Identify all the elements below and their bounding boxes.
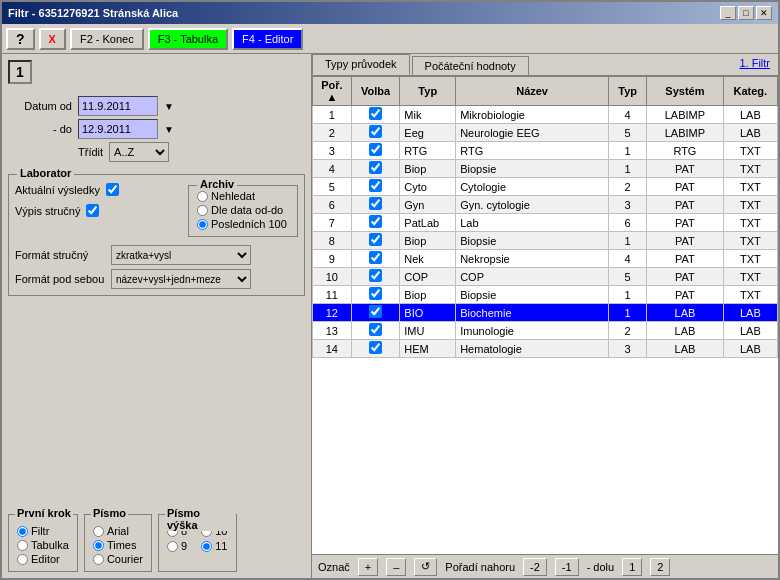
cell-volba[interactable] — [351, 232, 400, 250]
row-checkbox[interactable] — [369, 143, 382, 156]
prvni-editor-radio[interactable] — [17, 554, 28, 565]
row-checkbox[interactable] — [369, 287, 382, 300]
archiv-poslednich-radio[interactable] — [197, 219, 208, 230]
cell-typ2: 5 — [609, 124, 647, 142]
archiv-dle-data: Dle data od-do — [197, 204, 289, 216]
table-row[interactable]: 8BiopBiopsie1PATTXT — [313, 232, 778, 250]
row-checkbox[interactable] — [369, 215, 382, 228]
prvni-filtr: Filtr — [17, 525, 69, 537]
close-x-button[interactable]: X — [39, 28, 66, 50]
table-row[interactable]: 3RTGRTG1RTGTXT — [313, 142, 778, 160]
refresh-button[interactable]: ↺ — [414, 558, 437, 576]
date-do-dropdown-icon[interactable]: ▼ — [164, 124, 174, 135]
cell-volba[interactable] — [351, 178, 400, 196]
table-row[interactable]: 7PatLabLab6PATTXT — [313, 214, 778, 232]
tab-pocatecni-hodnoty[interactable]: Počáteční hodnoty — [412, 56, 529, 75]
cell-volba[interactable] — [351, 214, 400, 232]
cell-volba[interactable] — [351, 106, 400, 124]
table-row[interactable]: 1MikMikrobiologie4LABIMPLAB — [313, 106, 778, 124]
f3-button[interactable]: F3 - Tabulka — [148, 28, 228, 50]
row-checkbox[interactable] — [369, 269, 382, 282]
vyska-11-radio[interactable] — [201, 541, 212, 552]
vyska-9-radio[interactable] — [167, 541, 178, 552]
cell-volba[interactable] — [351, 268, 400, 286]
minus2-button[interactable]: -2 — [523, 558, 547, 576]
cell-kateg: TXT — [723, 178, 777, 196]
cell-volba[interactable] — [351, 250, 400, 268]
plus-button[interactable]: + — [358, 558, 378, 576]
row-checkbox[interactable] — [369, 323, 382, 336]
pismo-arial: Arial — [93, 525, 143, 537]
sort-row: Třídit A..Z Z..A — [78, 142, 301, 162]
aktualni-checkbox[interactable] — [106, 183, 119, 196]
f4-button[interactable]: F4 - Editor — [232, 28, 303, 50]
f2-button[interactable]: F2 - Konec — [70, 28, 144, 50]
table-row[interactable]: 5CytoCytologie2PATTXT — [313, 178, 778, 196]
archiv-nehledat: Nehledat — [197, 190, 289, 202]
table-row[interactable]: 9NekNekropsie4PATTXT — [313, 250, 778, 268]
row-checkbox[interactable] — [369, 251, 382, 264]
prvni-tabulka-radio[interactable] — [17, 540, 28, 551]
minus1-button[interactable]: -1 — [555, 558, 579, 576]
cell-volba[interactable] — [351, 160, 400, 178]
pismo-arial-radio[interactable] — [93, 526, 104, 537]
archiv-nehledat-radio[interactable] — [197, 191, 208, 202]
row-checkbox[interactable] — [369, 197, 382, 210]
sort-select[interactable]: A..Z Z..A — [109, 142, 169, 162]
cell-num: 14 — [313, 340, 352, 358]
cell-nazev: Neurologie EEG — [456, 124, 609, 142]
prvni-filtr-label: Filtr — [31, 525, 49, 537]
row-checkbox[interactable] — [369, 107, 382, 120]
row-checkbox[interactable] — [369, 125, 382, 138]
table-row[interactable]: 12BIOBiochemie1LABLAB — [313, 304, 778, 322]
cell-nazev: Imunologie — [456, 322, 609, 340]
vyska-11-label: 11 — [215, 540, 227, 552]
pismo-times-radio[interactable] — [93, 540, 104, 551]
cell-system: PAT — [647, 250, 723, 268]
table-row[interactable]: 14HEMHematologie3LABLAB — [313, 340, 778, 358]
row-checkbox[interactable] — [369, 179, 382, 192]
two-button[interactable]: 2 — [650, 558, 670, 576]
minus-button[interactable]: – — [386, 558, 406, 576]
date-do-input[interactable] — [78, 119, 158, 139]
row-checkbox[interactable] — [369, 233, 382, 246]
row-checkbox[interactable] — [369, 161, 382, 174]
table-row[interactable]: 6GynGyn. cytologie3PATTXT — [313, 196, 778, 214]
filter-link[interactable]: 1. Filtr — [731, 54, 778, 75]
cell-system: LABIMP — [647, 124, 723, 142]
cell-typ: Gyn — [400, 196, 456, 214]
cell-volba[interactable] — [351, 304, 400, 322]
cell-volba[interactable] — [351, 322, 400, 340]
prvni-filtr-radio[interactable] — [17, 526, 28, 537]
format-pod-sebou-select[interactable]: název+vysl+jedn+meze zkratka+vysl — [111, 269, 251, 289]
date-od-input[interactable] — [78, 96, 158, 116]
minimize-button[interactable]: _ — [720, 6, 736, 20]
one-button[interactable]: 1 — [622, 558, 642, 576]
archiv-dle-data-radio[interactable] — [197, 205, 208, 216]
date-dropdown-icon[interactable]: ▼ — [164, 101, 174, 112]
maximize-button[interactable]: □ — [738, 6, 754, 20]
cell-volba[interactable] — [351, 340, 400, 358]
table-row[interactable]: 10COPCOP5PATTXT — [313, 268, 778, 286]
cell-typ2: 1 — [609, 142, 647, 160]
table-row[interactable]: 2EegNeurologie EEG5LABIMPLAB — [313, 124, 778, 142]
close-button[interactable]: ✕ — [756, 6, 772, 20]
archiv-poslednich-label: Posledních 100 — [211, 218, 287, 230]
archiv-dle-data-label: Dle data od-do — [211, 204, 283, 216]
format-stucny-select[interactable]: zkratka+vysl název+vysl — [111, 245, 251, 265]
table-row[interactable]: 13IMUImunologie2LABLAB — [313, 322, 778, 340]
row-checkbox[interactable] — [369, 341, 382, 354]
vypis-checkbox[interactable] — [86, 204, 99, 217]
vyska-9-label: 9 — [181, 540, 187, 552]
help-button[interactable]: ? — [6, 28, 35, 50]
cell-kateg: LAB — [723, 124, 777, 142]
cell-volba[interactable] — [351, 124, 400, 142]
cell-volba[interactable] — [351, 196, 400, 214]
pismo-courier-radio[interactable] — [93, 554, 104, 565]
table-row[interactable]: 11BiopBiopsie1PATTXT — [313, 286, 778, 304]
tab-typy-pruvodek[interactable]: Typy průvodek — [312, 54, 410, 75]
row-checkbox[interactable] — [369, 305, 382, 318]
cell-volba[interactable] — [351, 142, 400, 160]
table-row[interactable]: 4BiopBiopsie1PATTXT — [313, 160, 778, 178]
cell-volba[interactable] — [351, 286, 400, 304]
